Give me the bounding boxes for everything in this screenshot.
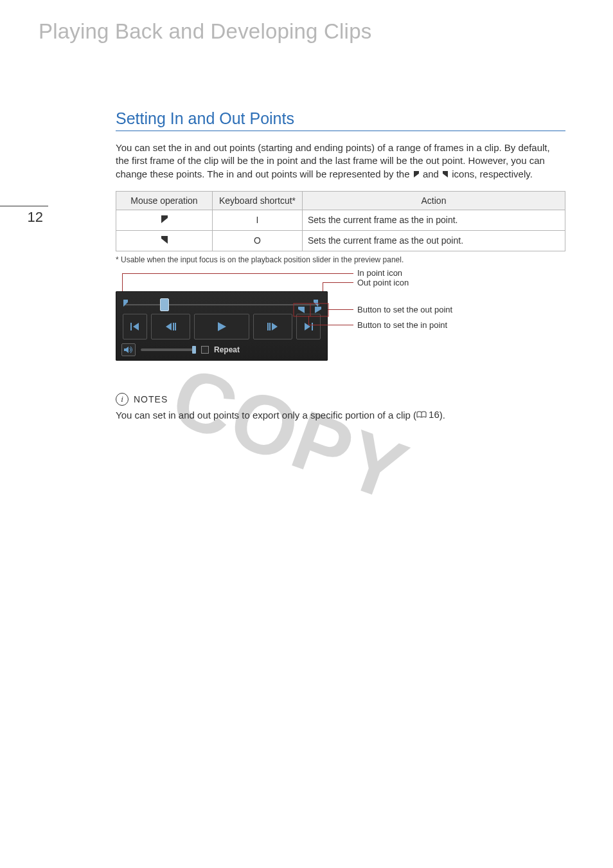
page-ref-number: 16 — [429, 408, 440, 421]
slider-track — [124, 304, 319, 305]
player-illustration: In point icon Out point icon — [116, 273, 565, 376]
in-point-icon — [413, 169, 420, 182]
intro-text-2: and — [423, 168, 441, 179]
svg-marker-2 — [161, 215, 168, 223]
play-icon — [215, 321, 228, 332]
page-number: 12 — [0, 206, 48, 226]
label-in-point-icon: In point icon — [357, 268, 402, 278]
svg-marker-0 — [414, 171, 419, 177]
svg-marker-1 — [443, 171, 448, 177]
table-row: I Sets the current frame as the in point… — [116, 210, 565, 230]
label-set-in-button: Button to set the in point — [357, 320, 447, 330]
sound-icon — [123, 345, 134, 354]
leader-line — [328, 309, 353, 310]
playback-slider[interactable] — [121, 297, 322, 310]
cell-mouse-out-icon — [116, 230, 213, 251]
notes-text-b: ). — [440, 410, 445, 420]
info-icon: i — [116, 393, 129, 406]
mute-button[interactable] — [121, 343, 136, 356]
svg-marker-17 — [124, 347, 129, 353]
notes-body: You can set in and out points to export … — [116, 408, 565, 422]
notes-heading: i NOTES — [116, 393, 565, 406]
svg-rect-10 — [175, 323, 176, 330]
cell-mouse-in-icon — [116, 210, 213, 230]
svg-marker-21 — [315, 307, 321, 313]
step-forward-button[interactable] — [253, 314, 292, 339]
intro-text-3: icons, respectively. — [452, 168, 533, 179]
cell-action: Sets the current frame as the out point. — [303, 230, 565, 251]
repeat-checkbox[interactable] — [201, 346, 209, 354]
button-group-highlight — [293, 303, 329, 327]
cell-shortcut: O — [213, 230, 303, 251]
repeat-label: Repeat — [214, 345, 240, 354]
step-back-button[interactable] — [151, 314, 190, 339]
skip-start-button[interactable] — [123, 314, 147, 339]
skip-start-icon — [129, 321, 141, 332]
notes-text-a: You can set in and out points to export … — [116, 410, 416, 420]
volume-slider[interactable] — [141, 348, 196, 351]
heading-rule — [116, 131, 565, 131]
svg-marker-3 — [161, 236, 168, 244]
out-point-icon — [160, 235, 169, 245]
in-point-icon — [160, 214, 169, 224]
in-point-marker-icon[interactable] — [123, 299, 129, 311]
svg-marker-20 — [298, 307, 305, 313]
chapter-title: Playing Back and Developing Clips — [39, 19, 371, 44]
playhead-thumb[interactable] — [160, 298, 169, 311]
shortcut-table: Mouse operation Keyboard shortcut* Actio… — [116, 191, 565, 251]
svg-marker-4 — [123, 300, 128, 307]
leader-line — [308, 325, 353, 325]
svg-marker-8 — [166, 323, 172, 330]
notes-title: NOTES — [134, 394, 168, 404]
svg-rect-18 — [294, 303, 328, 316]
volume-thumb[interactable] — [192, 346, 196, 354]
leader-line — [122, 273, 353, 274]
svg-rect-9 — [173, 323, 174, 330]
svg-rect-6 — [130, 323, 132, 330]
step-forward-icon — [265, 321, 280, 332]
label-set-out-button: Button to set the out point — [357, 305, 452, 314]
cell-action: Sets the current frame as the in point. — [303, 210, 565, 230]
cell-shortcut: I — [213, 210, 303, 230]
play-button[interactable] — [194, 314, 249, 339]
intro-paragraph: You can set the in and out points (start… — [116, 141, 565, 182]
label-out-point-icon: Out point icon — [357, 278, 409, 287]
th-action: Action — [303, 191, 565, 210]
out-point-icon — [441, 169, 449, 182]
table-row: O Sets the current frame as the out poin… — [116, 230, 565, 251]
th-mouse: Mouse operation — [116, 191, 213, 210]
leader-line — [308, 316, 309, 325]
svg-rect-13 — [269, 323, 271, 330]
th-shortcut: Keyboard shortcut* — [213, 191, 303, 210]
svg-marker-7 — [133, 323, 139, 330]
section-heading: Setting In and Out Points — [116, 109, 565, 128]
page-reference: 16 — [416, 408, 440, 421]
svg-marker-11 — [218, 322, 226, 331]
svg-rect-12 — [267, 323, 269, 330]
step-back-icon — [164, 321, 178, 332]
svg-marker-14 — [272, 323, 278, 330]
book-icon — [416, 411, 427, 419]
leader-line — [323, 282, 353, 283]
table-footnote: * Usable when the input focus is on the … — [116, 255, 565, 264]
